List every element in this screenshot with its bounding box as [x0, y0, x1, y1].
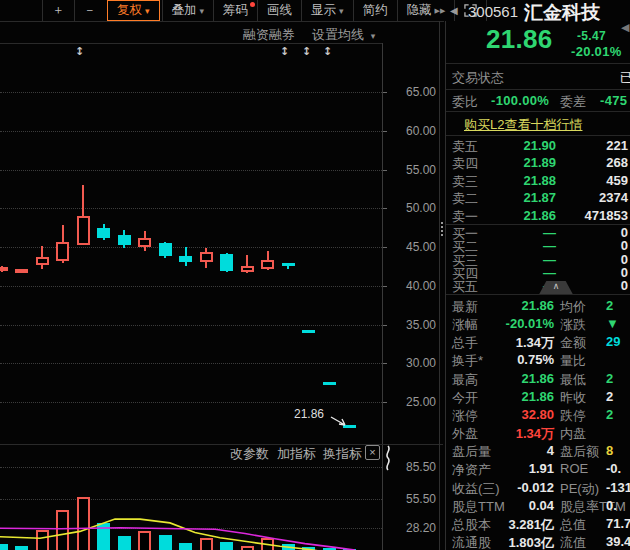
volume-bar [282, 544, 295, 550]
event-marker-icon: ↕ [302, 45, 311, 58]
ask-row-5[interactable]: 卖一21.86471853 [450, 208, 628, 225]
ask-row-2[interactable]: 卖四21.89268 [450, 155, 628, 172]
chips-button[interactable]: 筹码 [213, 0, 257, 21]
display-button[interactable]: 显示 ▾ [301, 0, 353, 21]
candle-body [36, 257, 49, 265]
volume-bar [200, 538, 213, 550]
back-arrow-icon[interactable]: ◀ [450, 5, 458, 16]
chart-subbar: 融资融券 设置均线 ▾ [0, 26, 443, 42]
volume-axis-label: 28.20 [386, 521, 436, 535]
stat-row-9: 盘后量4盘后额8 [450, 443, 630, 461]
stat-label: 涨跌 [560, 316, 586, 334]
bid-row-3[interactable]: 买三—0 [450, 252, 628, 265]
change-params-button[interactable]: 改参数 [230, 445, 269, 463]
zoom-out-button[interactable]: － [74, 0, 106, 21]
stat-value: 21.86 [521, 298, 554, 313]
candle-body [15, 269, 28, 273]
volume-bar [77, 497, 90, 550]
price-change: -5.47 [577, 29, 606, 43]
kline-chart[interactable]: 65.0060.0055.0050.0045.0040.0035.0030.00… [0, 0, 444, 550]
bid-row-2[interactable]: 买二—0 [450, 238, 628, 251]
bid-volume: 0 [621, 278, 628, 293]
stat-value: -131 [606, 480, 630, 495]
stat-label: PE(动) [560, 480, 599, 498]
simple-mode-button[interactable]: 简约 [353, 0, 397, 21]
candle-body [302, 330, 315, 333]
gridline [0, 467, 382, 468]
stat-row-11: 收益(三)-0.012PE(动)-131 [450, 480, 630, 498]
stat-label: 最高 [452, 371, 478, 389]
gridline [0, 286, 382, 287]
stat-value: 1.91 [529, 461, 554, 476]
draw-line-button[interactable]: 画线 [257, 0, 301, 21]
stat-value: 1.34万 [516, 425, 554, 443]
stat-label: 总手 [452, 334, 478, 352]
close-indicator-button[interactable]: × [365, 445, 380, 460]
volume-bar [118, 536, 131, 550]
candle-body [179, 256, 192, 262]
weicha-value: -475 [600, 93, 627, 108]
stat-value: 21.86 [521, 371, 554, 386]
stat-label: 内盘 [560, 425, 586, 443]
candle-body [200, 252, 213, 262]
stat-label: 涨幅 [452, 316, 478, 334]
panel-splitter[interactable] [439, 21, 446, 550]
volume-bar [15, 546, 28, 550]
stat-label: 昨收 [560, 389, 586, 407]
candle-body [220, 254, 233, 271]
buy-l2-link[interactable]: 购买L2查看十档行情 [464, 116, 582, 134]
stat-row-14: 流通股1.803亿流值39.4 [450, 534, 630, 550]
zoom-in-button[interactable]: ＋ [42, 0, 74, 21]
divider [446, 89, 630, 90]
stat-value: -0. [606, 461, 621, 476]
chart-toolbar: ＋ － 复权 ▾ 叠加 ▾ 筹码 画线 显示 ▾ 简约 隐藏 ▶▶ [42, 0, 487, 21]
ask-row-3[interactable]: 卖三21.88459 [450, 173, 628, 190]
stat-value: 2 [606, 371, 613, 386]
ma-settings-button[interactable]: 设置均线 ▾ [312, 26, 375, 44]
stat-label: 流值 [560, 534, 586, 550]
stat-row-13: 总股本3.281亿总值71.7 [450, 516, 630, 534]
candle-body [159, 243, 172, 256]
stat-label: 净资产 [452, 461, 491, 479]
gridline [0, 325, 382, 326]
ask-level-label: 卖一 [452, 208, 478, 226]
stat-value: 71.7 [606, 516, 630, 531]
candle-body [261, 260, 274, 269]
ask-row-4[interactable]: 卖二21.872374 [450, 190, 628, 207]
ask-volume: 268 [606, 155, 628, 170]
ask-row-1[interactable]: 卖五21.90221 [450, 138, 628, 155]
candle-body [282, 263, 295, 266]
weibi-label: 委比 [452, 93, 478, 111]
bid-row-1[interactable]: 买一—0 [450, 225, 628, 238]
volume-bar [97, 523, 110, 550]
switch-indicator-button[interactable]: 换指标 [323, 445, 362, 463]
restore-adjust-button[interactable]: 复权 ▾ [107, 0, 160, 21]
stat-label: ROE [560, 461, 588, 476]
stat-row-2: 涨幅-20.01%涨跌▼ [450, 316, 630, 334]
pane-resize-grip[interactable] [383, 445, 393, 471]
gridline [0, 131, 382, 132]
add-indicator-button[interactable]: 加指标 [277, 445, 316, 463]
candle-body [323, 382, 336, 385]
volume-bar [261, 538, 274, 550]
volume-bar [241, 546, 254, 550]
ask-price: 21.88 [523, 173, 556, 188]
ask-level-label: 卖三 [452, 173, 478, 191]
ask-volume: 471853 [585, 208, 628, 223]
bid-row-5[interactable]: 买五—0 [450, 278, 628, 291]
stat-row-7: 涨停32.80跌停2 [450, 407, 630, 425]
ask-price: 21.89 [523, 155, 556, 170]
toolbar-divider [0, 21, 444, 22]
chevron-down-icon: ▾ [200, 6, 205, 16]
volume-bar [179, 543, 192, 550]
collapse-panel-icon[interactable]: ◀ [621, 21, 629, 34]
overlay-button[interactable]: 叠加 ▾ [162, 0, 214, 21]
bid-row-4[interactable]: 买四—0 [450, 265, 628, 278]
stat-value: 4 [547, 443, 554, 458]
price-axis-label: 35.00 [386, 318, 436, 332]
gridline [0, 402, 382, 403]
stat-row-1: 最新21.86均价2 [450, 298, 630, 316]
candle-body [0, 267, 8, 271]
gridline [0, 363, 382, 364]
gridline [0, 170, 382, 171]
